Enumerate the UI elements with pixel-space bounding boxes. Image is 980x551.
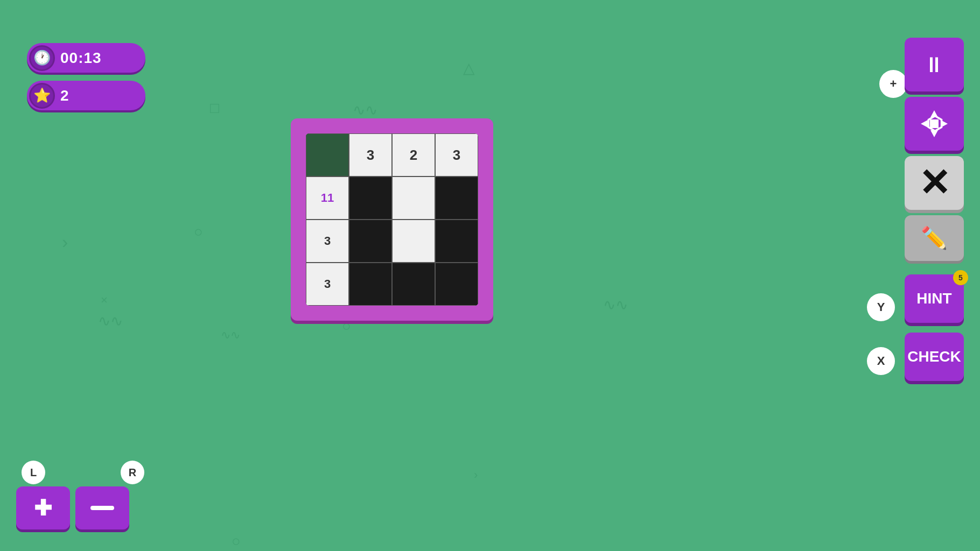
puzzle-grid: 3 2 3 11 3 3: [306, 133, 478, 306]
bg-triangle-1: △: [463, 59, 475, 77]
timer-icon-wrap: 🕐: [29, 45, 55, 71]
bg-x-1: ×: [101, 293, 108, 307]
minus-icon: [90, 506, 114, 510]
row-2-cell-3[interactable]: [435, 220, 478, 263]
bottom-left-controls: L R ✚: [16, 461, 144, 529]
move-button[interactable]: ⬡: [905, 97, 964, 151]
add-button[interactable]: ✚: [16, 486, 70, 529]
clock-icon: 🕐: [33, 50, 51, 66]
bg-circle-1: ○: [194, 223, 203, 241]
pause-icon: ⏸: [923, 53, 945, 77]
row-1-label-value: 11: [321, 191, 334, 205]
col-header-2: 2: [392, 133, 435, 176]
puzzle-container: 3 2 3 11 3 3: [291, 118, 493, 321]
row-1-label: 11: [306, 176, 349, 220]
check-button[interactable]: CHECK: [905, 333, 964, 381]
subtract-button[interactable]: [75, 486, 129, 529]
y-circle-button[interactable]: Y: [867, 293, 895, 321]
x-mark-icon: ✕: [919, 164, 950, 202]
score-bar: ⭐ 2: [27, 81, 145, 110]
l-label: L: [22, 461, 45, 484]
col-header-1-value: 3: [367, 147, 374, 164]
row-3-cell-1[interactable]: [349, 263, 392, 306]
col-header-3: 3: [435, 133, 478, 176]
bg-circle-3: ○: [232, 533, 241, 550]
score-icon-wrap: ⭐: [29, 83, 55, 109]
svg-marker-2: [921, 120, 928, 128]
lr-labels: L R: [16, 461, 144, 484]
row-2-label-value: 3: [324, 234, 331, 248]
svg-marker-0: [930, 110, 938, 117]
col-header-2-value: 2: [410, 147, 417, 164]
row-3-label: 3: [306, 263, 349, 306]
star-icon: ⭐: [33, 87, 51, 104]
bg-wave-1: ∿∿: [353, 101, 377, 119]
row-2-label: 3: [306, 220, 349, 263]
svg-marker-1: [930, 130, 938, 137]
pencil-icon: ✏️: [921, 225, 948, 251]
row-3-label-value: 3: [324, 277, 331, 291]
check-label: CHECK: [907, 348, 961, 365]
y-circle-label: Y: [877, 300, 885, 314]
row-2-cell-1[interactable]: [349, 220, 392, 263]
move-arrows-icon: [918, 108, 950, 140]
svg-rect-4: [930, 119, 939, 128]
plus-circle-label: +: [890, 77, 897, 91]
bg-wave-2: ∿∿: [98, 312, 123, 330]
bg-wave-3: ∿∿: [603, 296, 628, 314]
row-3-cell-2[interactable]: [392, 263, 435, 306]
pencil-button[interactable]: ✏️: [905, 215, 964, 261]
plus-circle-button[interactable]: +: [879, 70, 907, 98]
hint-label: HINT: [916, 290, 951, 307]
row-3-cell-3[interactable]: [435, 263, 478, 306]
timer-display: 00:13: [60, 50, 102, 67]
bg-wave-4: ∿∿: [221, 328, 240, 342]
row-1-cell-1[interactable]: [349, 176, 392, 220]
x-circle-label: X: [877, 354, 885, 368]
hint-badge: 5: [953, 270, 968, 285]
col-header-1: 3: [349, 133, 392, 176]
header-empty: [306, 133, 349, 176]
score-display: 2: [60, 87, 69, 104]
hint-button[interactable]: HINT 5: [905, 274, 964, 323]
svg-marker-3: [941, 120, 948, 128]
bg-chevron-1: ›: [62, 231, 68, 252]
bottom-buttons: ✚: [16, 486, 129, 529]
bg-square-1: □: [210, 100, 219, 117]
add-icon: ✚: [34, 496, 52, 520]
r-label: R: [121, 461, 144, 484]
row-2-cell-2[interactable]: [392, 220, 435, 263]
row-1-cell-2[interactable]: [392, 176, 435, 220]
bg-chevron-2: ›: [474, 468, 478, 482]
timer-bar: 🕐 00:13: [27, 43, 145, 73]
pause-button[interactable]: ⏸: [905, 38, 964, 91]
x-mark-button[interactable]: ✕: [905, 156, 964, 210]
row-1-cell-3[interactable]: [435, 176, 478, 220]
x-circle-button[interactable]: X: [867, 347, 895, 375]
col-header-3-value: 3: [453, 147, 460, 164]
